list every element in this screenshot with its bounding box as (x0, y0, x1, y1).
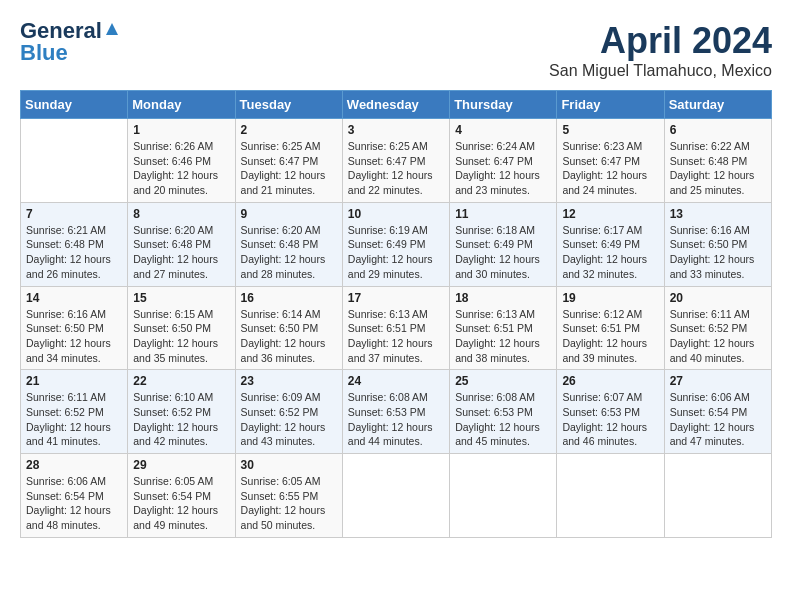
day-number: 17 (348, 291, 444, 305)
day-number: 5 (562, 123, 658, 137)
calendar-cell: 16Sunrise: 6:14 AM Sunset: 6:50 PM Dayli… (235, 286, 342, 370)
logo: General Blue (20, 20, 120, 64)
calendar-cell: 21Sunrise: 6:11 AM Sunset: 6:52 PM Dayli… (21, 370, 128, 454)
day-number: 3 (348, 123, 444, 137)
calendar-cell: 25Sunrise: 6:08 AM Sunset: 6:53 PM Dayli… (450, 370, 557, 454)
calendar-cell: 17Sunrise: 6:13 AM Sunset: 6:51 PM Dayli… (342, 286, 449, 370)
day-number: 29 (133, 458, 229, 472)
calendar-week-row: 1Sunrise: 6:26 AM Sunset: 6:46 PM Daylig… (21, 119, 772, 203)
calendar-cell: 10Sunrise: 6:19 AM Sunset: 6:49 PM Dayli… (342, 202, 449, 286)
day-number: 15 (133, 291, 229, 305)
calendar-cell: 6Sunrise: 6:22 AM Sunset: 6:48 PM Daylig… (664, 119, 771, 203)
day-number: 30 (241, 458, 337, 472)
day-number: 6 (670, 123, 766, 137)
day-number: 10 (348, 207, 444, 221)
day-number: 1 (133, 123, 229, 137)
day-number: 21 (26, 374, 122, 388)
day-number: 16 (241, 291, 337, 305)
day-info: Sunrise: 6:08 AM Sunset: 6:53 PM Dayligh… (455, 390, 551, 449)
day-info: Sunrise: 6:13 AM Sunset: 6:51 PM Dayligh… (348, 307, 444, 366)
day-info: Sunrise: 6:25 AM Sunset: 6:47 PM Dayligh… (348, 139, 444, 198)
day-number: 11 (455, 207, 551, 221)
day-number: 24 (348, 374, 444, 388)
weekday-header: Friday (557, 91, 664, 119)
day-info: Sunrise: 6:05 AM Sunset: 6:55 PM Dayligh… (241, 474, 337, 533)
day-info: Sunrise: 6:20 AM Sunset: 6:48 PM Dayligh… (133, 223, 229, 282)
calendar-cell: 29Sunrise: 6:05 AM Sunset: 6:54 PM Dayli… (128, 454, 235, 538)
calendar-cell: 24Sunrise: 6:08 AM Sunset: 6:53 PM Dayli… (342, 370, 449, 454)
calendar-cell: 20Sunrise: 6:11 AM Sunset: 6:52 PM Dayli… (664, 286, 771, 370)
day-info: Sunrise: 6:26 AM Sunset: 6:46 PM Dayligh… (133, 139, 229, 198)
day-number: 4 (455, 123, 551, 137)
svg-marker-0 (106, 23, 118, 35)
calendar-cell: 3Sunrise: 6:25 AM Sunset: 6:47 PM Daylig… (342, 119, 449, 203)
location-title: San Miguel Tlamahuco, Mexico (549, 62, 772, 80)
day-number: 14 (26, 291, 122, 305)
calendar-cell: 15Sunrise: 6:15 AM Sunset: 6:50 PM Dayli… (128, 286, 235, 370)
calendar-cell: 18Sunrise: 6:13 AM Sunset: 6:51 PM Dayli… (450, 286, 557, 370)
day-info: Sunrise: 6:14 AM Sunset: 6:50 PM Dayligh… (241, 307, 337, 366)
day-number: 2 (241, 123, 337, 137)
calendar-cell: 4Sunrise: 6:24 AM Sunset: 6:47 PM Daylig… (450, 119, 557, 203)
day-info: Sunrise: 6:07 AM Sunset: 6:53 PM Dayligh… (562, 390, 658, 449)
calendar-week-row: 28Sunrise: 6:06 AM Sunset: 6:54 PM Dayli… (21, 454, 772, 538)
day-number: 18 (455, 291, 551, 305)
calendar-cell: 26Sunrise: 6:07 AM Sunset: 6:53 PM Dayli… (557, 370, 664, 454)
day-info: Sunrise: 6:06 AM Sunset: 6:54 PM Dayligh… (26, 474, 122, 533)
day-info: Sunrise: 6:20 AM Sunset: 6:48 PM Dayligh… (241, 223, 337, 282)
day-number: 25 (455, 374, 551, 388)
month-title: April 2024 (549, 20, 772, 62)
calendar-week-row: 14Sunrise: 6:16 AM Sunset: 6:50 PM Dayli… (21, 286, 772, 370)
calendar-cell: 2Sunrise: 6:25 AM Sunset: 6:47 PM Daylig… (235, 119, 342, 203)
day-info: Sunrise: 6:16 AM Sunset: 6:50 PM Dayligh… (26, 307, 122, 366)
calendar-cell: 14Sunrise: 6:16 AM Sunset: 6:50 PM Dayli… (21, 286, 128, 370)
day-number: 12 (562, 207, 658, 221)
calendar-cell: 27Sunrise: 6:06 AM Sunset: 6:54 PM Dayli… (664, 370, 771, 454)
calendar-cell: 5Sunrise: 6:23 AM Sunset: 6:47 PM Daylig… (557, 119, 664, 203)
weekday-header: Thursday (450, 91, 557, 119)
calendar-table: SundayMondayTuesdayWednesdayThursdayFrid… (20, 90, 772, 538)
calendar-cell: 13Sunrise: 6:16 AM Sunset: 6:50 PM Dayli… (664, 202, 771, 286)
day-info: Sunrise: 6:05 AM Sunset: 6:54 PM Dayligh… (133, 474, 229, 533)
day-number: 28 (26, 458, 122, 472)
calendar-week-row: 21Sunrise: 6:11 AM Sunset: 6:52 PM Dayli… (21, 370, 772, 454)
day-info: Sunrise: 6:18 AM Sunset: 6:49 PM Dayligh… (455, 223, 551, 282)
calendar-cell: 1Sunrise: 6:26 AM Sunset: 6:46 PM Daylig… (128, 119, 235, 203)
day-number: 22 (133, 374, 229, 388)
weekday-header: Sunday (21, 91, 128, 119)
logo-general: General (20, 20, 102, 42)
day-info: Sunrise: 6:13 AM Sunset: 6:51 PM Dayligh… (455, 307, 551, 366)
day-info: Sunrise: 6:06 AM Sunset: 6:54 PM Dayligh… (670, 390, 766, 449)
calendar-cell (557, 454, 664, 538)
day-info: Sunrise: 6:11 AM Sunset: 6:52 PM Dayligh… (26, 390, 122, 449)
day-number: 13 (670, 207, 766, 221)
logo-blue: Blue (20, 42, 68, 64)
calendar-cell: 19Sunrise: 6:12 AM Sunset: 6:51 PM Dayli… (557, 286, 664, 370)
calendar-cell: 23Sunrise: 6:09 AM Sunset: 6:52 PM Dayli… (235, 370, 342, 454)
calendar-cell (664, 454, 771, 538)
day-number: 23 (241, 374, 337, 388)
calendar-cell: 28Sunrise: 6:06 AM Sunset: 6:54 PM Dayli… (21, 454, 128, 538)
day-info: Sunrise: 6:11 AM Sunset: 6:52 PM Dayligh… (670, 307, 766, 366)
weekday-header: Saturday (664, 91, 771, 119)
calendar-cell (342, 454, 449, 538)
calendar-cell: 8Sunrise: 6:20 AM Sunset: 6:48 PM Daylig… (128, 202, 235, 286)
day-info: Sunrise: 6:09 AM Sunset: 6:52 PM Dayligh… (241, 390, 337, 449)
page-header: General Blue April 2024 San Miguel Tlama… (20, 20, 772, 80)
day-info: Sunrise: 6:08 AM Sunset: 6:53 PM Dayligh… (348, 390, 444, 449)
day-info: Sunrise: 6:19 AM Sunset: 6:49 PM Dayligh… (348, 223, 444, 282)
day-info: Sunrise: 6:10 AM Sunset: 6:52 PM Dayligh… (133, 390, 229, 449)
day-info: Sunrise: 6:22 AM Sunset: 6:48 PM Dayligh… (670, 139, 766, 198)
day-info: Sunrise: 6:12 AM Sunset: 6:51 PM Dayligh… (562, 307, 658, 366)
day-number: 8 (133, 207, 229, 221)
day-info: Sunrise: 6:16 AM Sunset: 6:50 PM Dayligh… (670, 223, 766, 282)
day-number: 27 (670, 374, 766, 388)
calendar-cell: 9Sunrise: 6:20 AM Sunset: 6:48 PM Daylig… (235, 202, 342, 286)
calendar-cell: 7Sunrise: 6:21 AM Sunset: 6:48 PM Daylig… (21, 202, 128, 286)
day-info: Sunrise: 6:25 AM Sunset: 6:47 PM Dayligh… (241, 139, 337, 198)
day-info: Sunrise: 6:24 AM Sunset: 6:47 PM Dayligh… (455, 139, 551, 198)
day-number: 7 (26, 207, 122, 221)
logo-icon (104, 21, 120, 37)
day-number: 19 (562, 291, 658, 305)
day-info: Sunrise: 6:23 AM Sunset: 6:47 PM Dayligh… (562, 139, 658, 198)
